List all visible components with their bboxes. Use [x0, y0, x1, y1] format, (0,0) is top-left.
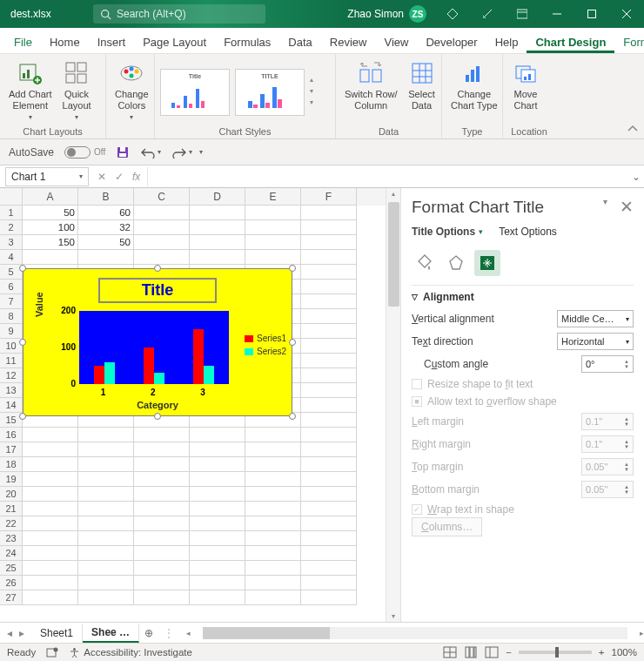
- cell[interactable]: [134, 590, 190, 605]
- cell[interactable]: [78, 546, 134, 561]
- cell[interactable]: [301, 428, 357, 442]
- cell[interactable]: [134, 531, 190, 546]
- chart-handle[interactable]: [154, 413, 161, 420]
- cell[interactable]: [134, 206, 190, 220]
- cell[interactable]: [23, 457, 78, 472]
- zoom-slider[interactable]: [519, 651, 592, 654]
- row-header[interactable]: 17: [0, 442, 23, 457]
- custom-angle-spinner[interactable]: 0°▲▼: [581, 355, 634, 373]
- select-all-corner[interactable]: [0, 188, 23, 206]
- vertical-scroll-thumb[interactable]: [388, 202, 399, 307]
- chart-handle[interactable]: [289, 339, 296, 346]
- size-tab-icon[interactable]: [474, 250, 500, 276]
- cell[interactable]: [301, 576, 357, 590]
- sheet-tab[interactable]: Sheet1: [31, 624, 83, 642]
- autosave-toggle[interactable]: [64, 146, 91, 159]
- cell[interactable]: [190, 220, 245, 235]
- cell[interactable]: [301, 250, 357, 265]
- cell[interactable]: [245, 531, 301, 546]
- cell[interactable]: [78, 457, 134, 472]
- effects-tab-icon[interactable]: [443, 250, 469, 276]
- cell[interactable]: [78, 561, 134, 576]
- move-chart-button[interactable]: Move Chart: [508, 57, 543, 113]
- chart-handle[interactable]: [154, 265, 161, 272]
- cell[interactable]: [190, 516, 245, 531]
- row-header[interactable]: 8: [0, 309, 23, 324]
- pen-icon[interactable]: [470, 0, 505, 28]
- cell[interactable]: [134, 487, 190, 502]
- accessibility-status[interactable]: Accessibility: Investigate: [69, 647, 192, 658]
- cell[interactable]: [301, 206, 357, 220]
- cancel-formula-icon[interactable]: ✕: [97, 171, 106, 183]
- cell[interactable]: [78, 487, 134, 502]
- cell[interactable]: [301, 294, 357, 309]
- cell[interactable]: [134, 472, 190, 487]
- tab-insert[interactable]: Insert: [89, 30, 135, 53]
- cell[interactable]: [301, 487, 357, 502]
- cell[interactable]: [134, 442, 190, 457]
- pane-options-icon[interactable]: ▾: [603, 197, 607, 217]
- tab-developer[interactable]: Developer: [417, 30, 486, 53]
- col-header[interactable]: D: [190, 188, 245, 206]
- col-header[interactable]: C: [134, 188, 190, 206]
- row-header[interactable]: 13: [0, 383, 23, 398]
- close-button[interactable]: [609, 0, 644, 28]
- cell[interactable]: [23, 576, 78, 590]
- cell[interactable]: 50: [78, 235, 134, 250]
- vertical-scrollbar[interactable]: ▴ ▾: [386, 188, 400, 622]
- pane-close-icon[interactable]: ✕: [620, 197, 634, 217]
- cell[interactable]: [23, 487, 78, 502]
- row-header[interactable]: 27: [0, 590, 23, 605]
- cell[interactable]: [78, 576, 134, 590]
- cell[interactable]: [301, 368, 357, 383]
- cell[interactable]: [245, 546, 301, 561]
- qat-overflow[interactable]: ▾: [199, 148, 203, 156]
- cell[interactable]: [245, 472, 301, 487]
- cell[interactable]: [190, 235, 245, 250]
- tab-page-layout[interactable]: Page Layout: [134, 30, 215, 53]
- row-header[interactable]: 26: [0, 576, 23, 590]
- cell[interactable]: [190, 487, 245, 502]
- cell[interactable]: 100: [23, 220, 78, 235]
- cell[interactable]: [190, 502, 245, 516]
- quick-layout-button[interactable]: Quick Layout ▾: [59, 57, 95, 124]
- window-layout-icon[interactable]: [505, 0, 540, 28]
- cell[interactable]: [245, 590, 301, 605]
- col-header[interactable]: E: [245, 188, 301, 206]
- alignment-section-header[interactable]: ▽Alignment: [412, 291, 634, 303]
- cell[interactable]: 60: [78, 206, 134, 220]
- cell[interactable]: [301, 354, 357, 368]
- chart-handle[interactable]: [19, 339, 26, 346]
- row-header[interactable]: 14: [0, 398, 23, 413]
- cell[interactable]: [23, 590, 78, 605]
- undo-button[interactable]: ▾: [140, 146, 161, 159]
- chart-legend[interactable]: Series1Series2: [245, 330, 286, 360]
- cell[interactable]: [301, 309, 357, 324]
- cell[interactable]: [245, 220, 301, 235]
- cell[interactable]: [301, 280, 357, 294]
- cell[interactable]: [301, 383, 357, 398]
- sheet-tab[interactable]: Shee …: [83, 624, 139, 643]
- tab-home[interactable]: Home: [41, 30, 89, 53]
- cell[interactable]: [23, 472, 78, 487]
- change-chart-type-button[interactable]: Change Chart Type: [447, 57, 501, 113]
- cell[interactable]: [23, 442, 78, 457]
- row-header[interactable]: 19: [0, 472, 23, 487]
- cell[interactable]: [23, 516, 78, 531]
- row-header[interactable]: 4: [0, 250, 23, 265]
- row-header[interactable]: 24: [0, 546, 23, 561]
- row-header[interactable]: 25: [0, 561, 23, 576]
- tab-format[interactable]: Format: [614, 30, 644, 53]
- cell[interactable]: [134, 428, 190, 442]
- cell[interactable]: [301, 457, 357, 472]
- cell[interactable]: [301, 413, 357, 428]
- row-header[interactable]: 18: [0, 457, 23, 472]
- col-header[interactable]: F: [301, 188, 357, 206]
- cell[interactable]: [78, 516, 134, 531]
- cell[interactable]: [134, 250, 190, 265]
- cell[interactable]: [23, 428, 78, 442]
- valign-combo[interactable]: Middle Ce…▾: [557, 310, 634, 327]
- fx-icon[interactable]: fx: [132, 171, 140, 183]
- cell[interactable]: [78, 442, 134, 457]
- row-header[interactable]: 12: [0, 368, 23, 383]
